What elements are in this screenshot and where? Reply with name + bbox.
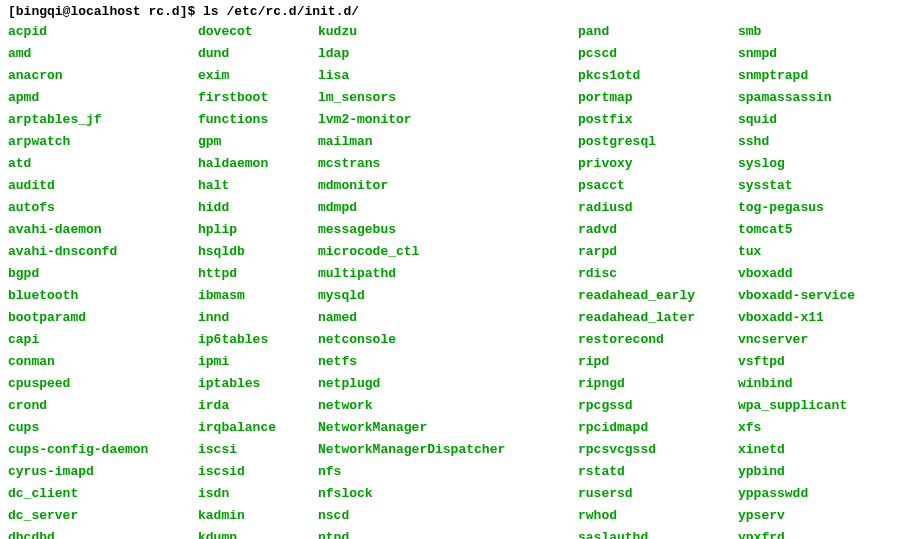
file-entry: named xyxy=(318,307,578,329)
file-entry: hplip xyxy=(198,219,318,241)
file-entry: netplugd xyxy=(318,373,578,395)
file-entry: pkcs1otd xyxy=(578,65,738,87)
file-entry: postfix xyxy=(578,109,738,131)
file-entry: irda xyxy=(198,395,318,417)
file-entry: iptables xyxy=(198,373,318,395)
file-entry: ldap xyxy=(318,43,578,65)
file-entry: messagebus xyxy=(318,219,578,241)
file-entry: atd xyxy=(8,153,198,175)
file-entry: gpm xyxy=(198,131,318,153)
file-entry: squid xyxy=(738,109,898,131)
file-entry: hidd xyxy=(198,197,318,219)
file-entry: rusersd xyxy=(578,483,738,505)
file-entry: mailman xyxy=(318,131,578,153)
file-entry: bootparamd xyxy=(8,307,198,329)
file-entry: postgresql xyxy=(578,131,738,153)
file-entry: autofs xyxy=(8,197,198,219)
file-entry: NetworkManagerDispatcher xyxy=(318,439,578,461)
file-entry: vboxadd-x11 xyxy=(738,307,898,329)
file-entry: multipathd xyxy=(318,263,578,285)
file-entry: cyrus-imapd xyxy=(8,461,198,483)
file-entry: portmap xyxy=(578,87,738,109)
file-entry: ripd xyxy=(578,351,738,373)
file-entry: innd xyxy=(198,307,318,329)
file-entry: amd xyxy=(8,43,198,65)
file-entry: netconsole xyxy=(318,329,578,351)
file-entry: wpa_supplicant xyxy=(738,395,898,417)
file-entry: dovecot xyxy=(198,21,318,43)
file-entry: mdmonitor xyxy=(318,175,578,197)
file-entry: nfslock xyxy=(318,483,578,505)
file-entry: anacron xyxy=(8,65,198,87)
file-entry: network xyxy=(318,395,578,417)
file-entry: avahi-dnsconfd xyxy=(8,241,198,263)
file-entry: NetworkManager xyxy=(318,417,578,439)
file-entry: lisa xyxy=(318,65,578,87)
file-entry: ip6tables xyxy=(198,329,318,351)
file-entry: sshd xyxy=(738,131,898,153)
file-entry: httpd xyxy=(198,263,318,285)
file-entry: arpwatch xyxy=(8,131,198,153)
file-entry: tux xyxy=(738,241,898,263)
file-entry: vsftpd xyxy=(738,351,898,373)
file-entry: syslog xyxy=(738,153,898,175)
file-entry: irqbalance xyxy=(198,417,318,439)
file-entry: smb xyxy=(738,21,898,43)
file-entry: capi xyxy=(8,329,198,351)
file-entry: firstboot xyxy=(198,87,318,109)
file-entry: ypserv xyxy=(738,505,898,527)
file-entry: rwhod xyxy=(578,505,738,527)
command-text: ls /etc/rc.d/init.d/ xyxy=(203,4,359,19)
file-entry: microcode_ctl xyxy=(318,241,578,263)
file-entry: spamassassin xyxy=(738,87,898,109)
file-entry: cups xyxy=(8,417,198,439)
file-entry: ypbind xyxy=(738,461,898,483)
file-entry: apmd xyxy=(8,87,198,109)
file-entry: kdump xyxy=(198,527,318,539)
file-entry: bgpd xyxy=(8,263,198,285)
column-1: acpidamdanacronapmdarptables_jfarpwatcha… xyxy=(8,21,198,539)
file-entry: bluetooth xyxy=(8,285,198,307)
file-entry: acpid xyxy=(8,21,198,43)
file-entry: radiusd xyxy=(578,197,738,219)
file-entry: dund xyxy=(198,43,318,65)
file-entry: iscsi xyxy=(198,439,318,461)
file-entry: winbind xyxy=(738,373,898,395)
file-entry: avahi-daemon xyxy=(8,219,198,241)
file-entry: rdisc xyxy=(578,263,738,285)
file-entry: rstatd xyxy=(578,461,738,483)
file-entry: kadmin xyxy=(198,505,318,527)
column-2: dovecotdundeximfirstbootfunctionsgpmhald… xyxy=(198,21,318,539)
shell-prompt: [bingqi@localhost rc.d]$ xyxy=(8,4,203,19)
file-entry: halt xyxy=(198,175,318,197)
file-entry: ipmi xyxy=(198,351,318,373)
file-entry: xinetd xyxy=(738,439,898,461)
file-entry: lm_sensors xyxy=(318,87,578,109)
file-entry: sysstat xyxy=(738,175,898,197)
file-entry: nscd xyxy=(318,505,578,527)
file-entry: conman xyxy=(8,351,198,373)
file-entry: vncserver xyxy=(738,329,898,351)
file-entry: snmpd xyxy=(738,43,898,65)
file-entry: arptables_jf xyxy=(8,109,198,131)
file-entry: tog-pegasus xyxy=(738,197,898,219)
file-entry: mcstrans xyxy=(318,153,578,175)
file-entry: pand xyxy=(578,21,738,43)
file-entry: rpcgssd xyxy=(578,395,738,417)
file-entry: mdmpd xyxy=(318,197,578,219)
file-entry: cups-config-daemon xyxy=(8,439,198,461)
file-entry: readahead_early xyxy=(578,285,738,307)
file-entry: vboxadd xyxy=(738,263,898,285)
file-entry: kudzu xyxy=(318,21,578,43)
column-4: pandpcscdpkcs1otdportmappostfixpostgresq… xyxy=(578,21,738,539)
file-entry: haldaemon xyxy=(198,153,318,175)
file-entry: lvm2-monitor xyxy=(318,109,578,131)
file-entry: mysqld xyxy=(318,285,578,307)
file-entry: ibmasm xyxy=(198,285,318,307)
file-entry: radvd xyxy=(578,219,738,241)
file-entry: isdn xyxy=(198,483,318,505)
file-entry: rpcsvcgssd xyxy=(578,439,738,461)
file-entry: restorecond xyxy=(578,329,738,351)
file-entry: crond xyxy=(8,395,198,417)
file-entry: rarpd xyxy=(578,241,738,263)
